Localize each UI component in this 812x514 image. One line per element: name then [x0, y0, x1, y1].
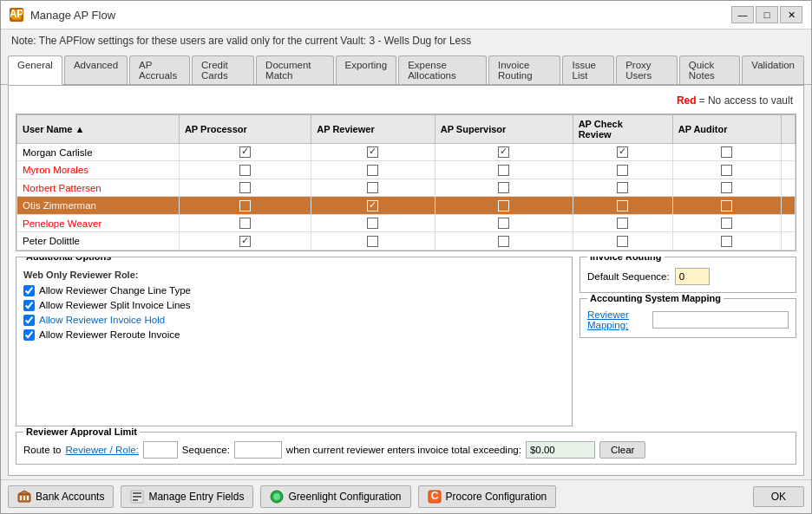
split-invoice-checkbox[interactable]: [23, 300, 35, 311]
ap-check-review-checkbox[interactable]: [617, 200, 628, 211]
ap-supervisor-checkbox[interactable]: [498, 146, 509, 158]
legend: Red = No access to vault: [16, 93, 796, 108]
ap-auditor-checkbox[interactable]: [721, 146, 732, 158]
amount-input[interactable]: [526, 441, 595, 459]
close-button[interactable]: ✕: [780, 6, 802, 23]
change-line-type-checkbox[interactable]: [23, 285, 35, 296]
invoice-hold-label: Allow Reviewer Invoice Hold: [39, 315, 165, 325]
routing-row: Default Sequence:: [587, 268, 789, 285]
table-row[interactable]: Morgan Carlisle: [17, 144, 796, 161]
tab-validation[interactable]: Validation: [742, 55, 804, 84]
main-window: AP Manage AP Flow — □ ✕ Note: The APFlow…: [0, 0, 812, 514]
ap-check-review-checkbox[interactable]: [617, 182, 628, 193]
tab-ap-accruals[interactable]: AP Accruals: [129, 55, 190, 84]
ap-processor-checkbox[interactable]: [239, 200, 251, 211]
row-extra: [782, 179, 796, 196]
row-extra: [782, 161, 796, 179]
ap-check-review-checkbox[interactable]: [617, 236, 628, 247]
procore-label: Procore Configuration: [446, 491, 547, 503]
web-reviewer-label: Web Only Reviewer Role:: [23, 270, 565, 280]
window-title: Manage AP Flow: [30, 9, 115, 22]
accounting-mapping-title: Accounting System Mapping: [587, 293, 724, 303]
tab-advanced[interactable]: Advanced: [64, 55, 128, 84]
ap-reviewer-checkbox[interactable]: [367, 200, 378, 211]
row-extra: [782, 197, 796, 214]
tab-exporting[interactable]: Exporting: [336, 55, 397, 84]
tab-document-match[interactable]: Document Match: [256, 55, 333, 84]
ap-auditor-checkbox[interactable]: [721, 218, 732, 229]
table-row[interactable]: Penelope Weaver: [17, 214, 796, 231]
ap-supervisor-checkbox[interactable]: [498, 200, 509, 211]
ok-button[interactable]: OK: [753, 486, 804, 507]
ap-supervisor-checkbox[interactable]: [498, 236, 509, 247]
reviewer-role-input[interactable]: [143, 441, 178, 459]
table-row[interactable]: Norbert Pattersen: [17, 179, 796, 196]
mapping-row: Reviewer Mapping:: [587, 309, 789, 330]
tab-general[interactable]: General: [8, 55, 62, 85]
greenlight-button[interactable]: Greenlight Configuration: [260, 485, 410, 508]
checkbox-item: Allow Reviewer Invoice Hold: [23, 315, 565, 326]
options-scroll: Web Only Reviewer Role: Allow Reviewer C…: [23, 263, 565, 420]
tab-proxy-users[interactable]: Proxy Users: [616, 55, 678, 84]
app-icon: AP: [10, 8, 23, 22]
ap-processor-checkbox[interactable]: [239, 182, 251, 193]
ap-supervisor-checkbox[interactable]: [498, 218, 509, 229]
tab-invoice-routing[interactable]: Invoice Routing: [488, 55, 561, 84]
ap-supervisor-checkbox[interactable]: [498, 165, 509, 176]
procore-button[interactable]: C Procore Configuration: [418, 485, 557, 508]
table-row[interactable]: Myron Morales: [17, 161, 796, 179]
tab-credit-cards[interactable]: Credit Cards: [192, 55, 254, 84]
ap-reviewer-checkbox[interactable]: [367, 146, 378, 158]
ap-check-review-checkbox[interactable]: [617, 218, 628, 229]
legend-text: = No access to vault: [699, 94, 793, 107]
bank-accounts-button[interactable]: Bank Accounts: [8, 485, 114, 508]
sequence-input[interactable]: [234, 441, 282, 459]
users-table-container: User Name ▲ AP Processor AP Reviewer AP …: [16, 114, 796, 251]
ap-check-review-checkbox[interactable]: [617, 165, 628, 176]
ap-check-review-cell[interactable]: [573, 144, 672, 161]
ap-processor-checkbox[interactable]: [239, 236, 251, 247]
ap-processor-checkbox[interactable]: [239, 218, 251, 229]
ap-reviewer-checkbox[interactable]: [367, 165, 378, 176]
additional-options-title: Additional Options: [23, 257, 114, 262]
ap-processor-checkbox[interactable]: [239, 146, 251, 158]
invoice-routing-box: Invoice Routing Default Sequence:: [580, 257, 796, 293]
ap-auditor-checkbox[interactable]: [721, 165, 732, 176]
clear-button[interactable]: Clear: [599, 441, 645, 459]
bottom-section: Additional Options Web Only Reviewer Rol…: [16, 257, 796, 426]
minimize-button[interactable]: —: [731, 6, 754, 23]
maximize-button[interactable]: □: [756, 6, 778, 23]
ap-auditor-checkbox[interactable]: [721, 200, 732, 211]
reviewer-role-link[interactable]: Reviewer / Role:: [65, 445, 138, 455]
ap-supervisor-checkbox[interactable]: [498, 182, 509, 193]
svg-rect-5: [23, 496, 25, 500]
note-text: Note: The APFlow settings for these user…: [11, 35, 471, 47]
ap-reviewer-checkbox[interactable]: [367, 218, 378, 229]
tab-expense-allocations[interactable]: Expense Allocations: [398, 55, 487, 84]
ap-reviewer-cell[interactable]: [311, 144, 435, 161]
split-invoice-label: Allow Reviewer Split Invoice Lines: [39, 300, 191, 310]
footer: Bank Accounts Manage Entry Fields Gree: [1, 479, 811, 513]
tab-issue-list[interactable]: Issue List: [562, 55, 614, 84]
reviewer-mapping-link[interactable]: Reviewer Mapping:: [587, 309, 647, 330]
manage-entry-button[interactable]: Manage Entry Fields: [121, 485, 253, 508]
default-sequence-input[interactable]: [675, 268, 710, 285]
tab-quick-notes[interactable]: Quick Notes: [679, 55, 741, 84]
ap-supervisor-cell[interactable]: [435, 144, 573, 161]
ap-check-review-checkbox[interactable]: [617, 146, 628, 158]
reviewer-mapping-input[interactable]: [652, 311, 789, 329]
ap-processor-cell[interactable]: [179, 144, 311, 161]
table-row[interactable]: Peter Dolittle: [17, 232, 796, 250]
col-username[interactable]: User Name ▲: [17, 115, 180, 144]
invoice-hold-checkbox[interactable]: [23, 315, 35, 326]
ap-reviewer-checkbox[interactable]: [367, 182, 378, 193]
bank-accounts-icon: [17, 490, 31, 504]
ap-auditor-cell[interactable]: [672, 144, 781, 161]
table-row[interactable]: Otis Zimmerman: [17, 197, 796, 214]
ap-processor-checkbox[interactable]: [239, 165, 251, 176]
ap-reviewer-checkbox[interactable]: [367, 236, 378, 247]
reroute-invoice-checkbox[interactable]: [23, 329, 35, 341]
ap-auditor-checkbox[interactable]: [721, 182, 732, 193]
ap-auditor-checkbox[interactable]: [721, 236, 732, 247]
bank-accounts-label: Bank Accounts: [36, 491, 104, 503]
